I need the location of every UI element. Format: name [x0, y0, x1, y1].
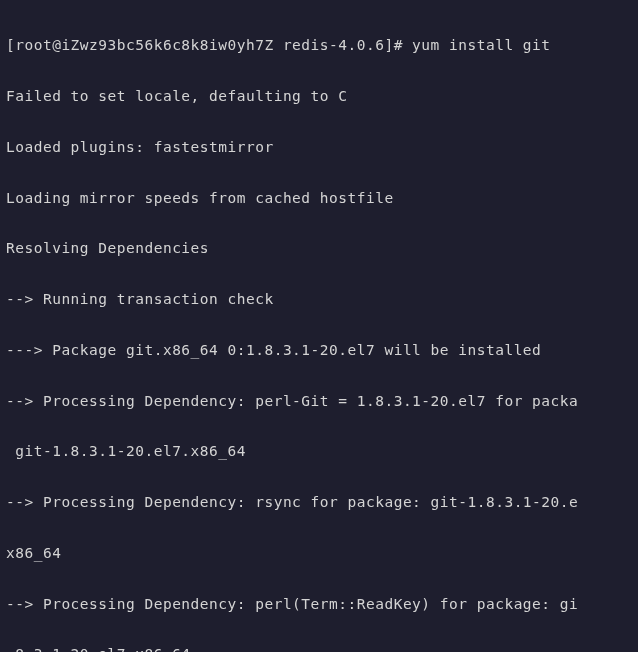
terminal-line: --> Running transaction check: [6, 287, 632, 312]
terminal-line: Resolving Dependencies: [6, 236, 632, 261]
terminal-line: --> Processing Dependency: rsync for pac…: [6, 490, 632, 515]
terminal-line: Loading mirror speeds from cached hostfi…: [6, 186, 632, 211]
terminal-output[interactable]: [root@iZwz93bc56k6c8k8iw0yh7Z redis-4.0.…: [6, 8, 632, 652]
terminal-line: git-1.8.3.1-20.el7.x86_64: [6, 439, 632, 464]
terminal-line: Loaded plugins: fastestmirror: [6, 135, 632, 160]
terminal-line: Failed to set locale, defaulting to C: [6, 84, 632, 109]
terminal-line: ---> Package git.x86_64 0:1.8.3.1-20.el7…: [6, 338, 632, 363]
terminal-line: x86_64: [6, 541, 632, 566]
terminal-line: --> Processing Dependency: perl(Term::Re…: [6, 592, 632, 617]
terminal-line: --> Processing Dependency: perl-Git = 1.…: [6, 389, 632, 414]
terminal-line: .8.3.1-20.el7.x86_64: [6, 642, 632, 652]
terminal-line: [root@iZwz93bc56k6c8k8iw0yh7Z redis-4.0.…: [6, 33, 632, 58]
